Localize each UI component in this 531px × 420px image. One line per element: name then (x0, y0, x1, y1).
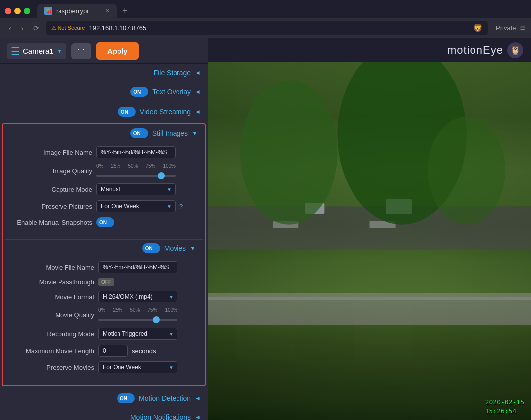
file-storage-section[interactable]: File Storage ◄ (0, 64, 208, 82)
window-maximize-dot[interactable] (24, 8, 30, 14)
apply-button[interactable]: Apply (96, 42, 139, 60)
capture-mode-row: Capture Mode Manual Motion Triggered Int… (13, 183, 195, 195)
right-panel: motionEye 🦉 (208, 38, 531, 420)
image-file-name-input[interactable] (96, 146, 176, 158)
max-movie-length-row: Maximum Movie Length seconds (15, 345, 193, 357)
motion-detection-section[interactable]: ON Motion Detection ◄ (0, 388, 208, 408)
sidebar: ☰ Camera1 ▼ 🗑 Apply File Storage ◄ ON Te… (0, 38, 208, 420)
window-close-dot[interactable] (5, 8, 11, 14)
movie-file-name-label: Movie File Name (15, 264, 94, 271)
recording-mode-select[interactable]: Continuous Motion Triggered (98, 328, 177, 340)
app-logo: 🦉 (507, 42, 523, 58)
image-quality-slider-container: 0%25%50%75%100% (96, 163, 176, 179)
preserve-pictures-help-icon[interactable]: ? (179, 203, 183, 210)
still-images-content: Image File Name Image Quality 0%25%50%75… (3, 142, 205, 239)
forward-button[interactable]: › (18, 22, 27, 34)
movies-header[interactable]: ON Movies ▼ (5, 240, 203, 257)
recording-mode-wrapper: Continuous Motion Triggered (98, 328, 177, 340)
movies-content: Movie File Name Movie Passthrough OFF Mo… (5, 257, 203, 385)
motion-notifications-section[interactable]: Motion Notifications ◄ (0, 408, 208, 420)
back-button[interactable]: ‹ (6, 22, 14, 34)
movie-format-row: Movie Format H.264/OMX (.mp4) H.264 (.mp… (15, 291, 193, 302)
enable-manual-snapshots-toggle[interactable]: ON (96, 217, 114, 227)
camera-view: 2020-02-15 15:26:54 (208, 62, 531, 420)
private-badge: Private (496, 24, 516, 32)
movie-format-wrapper: H.264/OMX (.mp4) H.264 (.mp4) MPEG-4 (.a… (98, 291, 177, 302)
security-warning: ⚠ Not Secure (51, 25, 85, 31)
text-overlay-arrow: ◄ (195, 88, 201, 95)
motion-detection-toggle[interactable]: ON (117, 393, 135, 403)
movie-quality-row: Movie Quality 0%25%50%75%100% (15, 307, 193, 323)
preserve-movies-wrapper: Forever For One Week For Two Weeks For O… (98, 361, 177, 373)
still-images-toggle[interactable]: ON (130, 128, 148, 138)
movies-toggle[interactable]: ON (142, 243, 160, 253)
video-streaming-label: Video Streaming (140, 108, 191, 116)
hamburger-icon: ☰ (11, 45, 20, 57)
brave-icon: 🦁 (473, 23, 483, 33)
scene-svg (208, 62, 531, 420)
still-images-section: ON Still Images ▼ Image File Name Image … (2, 123, 206, 386)
active-tab[interactable]: 🍓 raspberrypi ✕ (37, 4, 117, 18)
movie-quality-slider-container: 0%25%50%75%100% (98, 307, 177, 323)
image-quality-row: Image Quality 0%25%50%75%100% (13, 163, 195, 179)
timestamp-date: 2020-02-15 (485, 398, 524, 407)
movie-passthrough-row: Movie Passthrough OFF (15, 278, 193, 286)
camera-select-arrow: ▼ (57, 48, 62, 55)
image-quality-label: Image Quality (13, 167, 92, 175)
window-minimize-dot[interactable] (14, 8, 21, 14)
movie-file-name-input[interactable] (98, 261, 177, 273)
timestamp-time: 15:26:54 (485, 407, 524, 416)
capture-mode-label: Capture Mode (13, 186, 92, 193)
camera-feed-area: 2020-02-15 15:26:54 (208, 62, 531, 420)
text-overlay-label: Text Overlay (152, 88, 191, 96)
video-streaming-toggle[interactable]: ON (118, 107, 136, 117)
browser-menu-button[interactable]: ≡ (520, 23, 525, 33)
motion-detection-arrow: ◄ (195, 395, 201, 402)
svg-point-6 (240, 80, 337, 224)
new-tab-button[interactable]: + (118, 6, 132, 16)
tab-title: raspberrypi (56, 7, 88, 15)
movie-format-select[interactable]: H.264/OMX (.mp4) H.264 (.mp4) MPEG-4 (.a… (98, 291, 177, 302)
sidebar-header: ☰ Camera1 ▼ 🗑 Apply (0, 38, 208, 64)
image-quality-slider[interactable] (96, 175, 176, 177)
recording-mode-label: Recording Mode (15, 330, 94, 338)
still-images-arrow: ▼ (192, 130, 198, 137)
image-file-name-row: Image File Name (13, 146, 195, 158)
enable-manual-snapshots-row: Enable Manual Snapshots ON (13, 217, 195, 227)
motion-notifications-label: Motion Notifications (130, 413, 191, 420)
capture-mode-select[interactable]: Manual Motion Triggered Interval Snapsho… (96, 183, 176, 195)
max-movie-length-label: Maximum Movie Length (15, 347, 94, 355)
camera-select[interactable]: Camera1 (23, 47, 54, 55)
file-storage-label: File Storage (154, 69, 191, 77)
still-images-header[interactable]: ON Still Images ▼ (3, 124, 205, 142)
preserve-pictures-wrapper: Forever For One Week For Two Weeks For O… (96, 200, 176, 212)
movie-quality-slider[interactable] (98, 319, 177, 321)
address-bar[interactable]: ⚠ Not Secure 192.168.1.107:8765 🦁 (46, 21, 488, 35)
movie-quality-label: Movie Quality (15, 311, 94, 319)
movie-format-label: Movie Format (15, 293, 94, 300)
text-overlay-section[interactable]: ON Text Overlay ◄ (0, 82, 208, 102)
file-storage-arrow: ◄ (195, 69, 201, 76)
delete-camera-button[interactable]: 🗑 (71, 43, 91, 59)
max-movie-length-input[interactable] (98, 345, 128, 357)
text-overlay-toggle[interactable]: ON (130, 87, 148, 97)
tab-close-button[interactable]: ✕ (105, 8, 110, 14)
capture-mode-wrapper: Manual Motion Triggered Interval Snapsho… (96, 183, 176, 195)
address-host: 192.168.1.107:8765 (89, 24, 146, 32)
still-images-label: Still Images (152, 129, 188, 137)
camera-select-wrapper: ☰ Camera1 ▼ (7, 43, 66, 59)
preserve-pictures-select[interactable]: Forever For One Week For Two Weeks For O… (96, 200, 176, 212)
preserve-movies-label: Preserve Movies (15, 364, 94, 371)
motion-notifications-arrow: ◄ (195, 414, 201, 420)
movie-file-name-row: Movie File Name (15, 261, 193, 273)
movie-quality-marks: 0%25%50%75%100% (98, 307, 177, 313)
svg-rect-9 (208, 297, 531, 325)
svg-rect-10 (208, 293, 531, 300)
preserve-pictures-row: Preserve Pictures Forever For One Week F… (13, 200, 195, 212)
video-streaming-section[interactable]: ON Video Streaming ◄ (0, 102, 208, 121)
video-streaming-arrow: ◄ (195, 108, 201, 115)
preserve-movies-select[interactable]: Forever For One Week For Two Weeks For O… (98, 361, 177, 373)
refresh-button[interactable]: ⟳ (30, 22, 42, 34)
motion-detection-label: Motion Detection (139, 394, 191, 402)
enable-manual-snapshots-label: Enable Manual Snapshots (13, 219, 92, 226)
